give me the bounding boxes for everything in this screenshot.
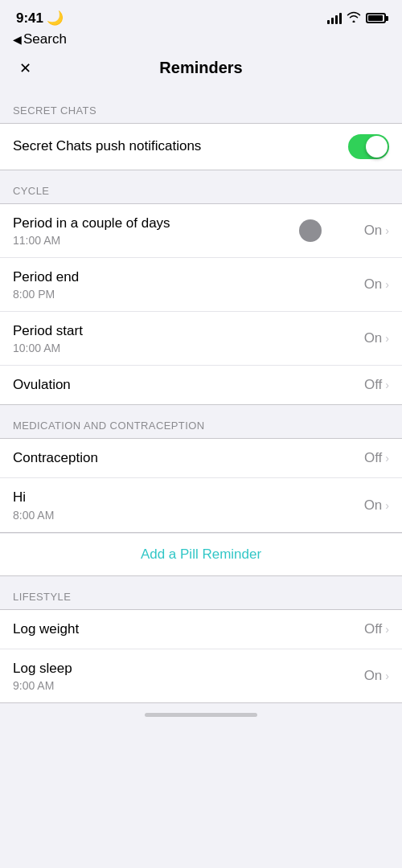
signal-bar-2 <box>331 18 334 24</box>
contraception-left: Contraception <box>13 449 364 467</box>
log-sleep-right: On › <box>364 668 389 684</box>
status-icons <box>327 11 386 25</box>
moon-icon: 🌙 <box>47 10 64 27</box>
hi-left: Hi 8:00 AM <box>13 489 364 521</box>
period-start-time: 10:00 AM <box>13 342 364 354</box>
cycle-card: Period in a couple of days 11:00 AM On ›… <box>0 203 402 405</box>
ovulation-title: Ovulation <box>13 376 364 394</box>
secret-chats-section: SECRET CHATS Secret Chats push notificat… <box>0 90 402 170</box>
contraception-row[interactable]: Contraception Off › <box>0 439 402 478</box>
chevron-right-icon-8: › <box>385 669 389 682</box>
hi-value: On <box>364 497 383 514</box>
ovulation-right: Off › <box>364 377 389 393</box>
log-sleep-left: Log sleep 9:00 AM <box>13 660 364 692</box>
hi-title: Hi <box>13 489 364 506</box>
period-end-title: Period end <box>13 268 364 286</box>
log-weight-left: Log weight <box>13 620 364 638</box>
wifi-icon <box>347 11 361 25</box>
signal-bars <box>327 13 342 24</box>
time-text: 9:41 <box>16 10 43 27</box>
page-header: ✕ Reminders <box>0 52 402 90</box>
home-bar <box>145 713 257 717</box>
hi-right: On › <box>364 497 389 514</box>
home-indicator <box>0 703 402 723</box>
battery-icon <box>366 13 386 23</box>
secret-chats-row[interactable]: Secret Chats push notifications <box>0 124 402 170</box>
status-bar: 9:41 🌙 <box>0 0 402 30</box>
secret-chats-row-left: Secret Chats push notifications <box>13 137 348 155</box>
cycle-section: CYCLE Period in a couple of days 11:00 A… <box>0 170 402 405</box>
secret-chats-card: Secret Chats push notifications <box>0 123 402 170</box>
period-start-row[interactable]: Period start 10:00 AM On › <box>0 312 402 366</box>
chevron-right-icon-5: › <box>385 452 389 465</box>
medication-card: Contraception Off › Hi 8:00 AM On › <box>0 438 402 532</box>
log-sleep-time: 9:00 AM <box>13 679 364 692</box>
cycle-label: CYCLE <box>0 170 402 203</box>
chevron-right-icon-2: › <box>385 278 389 291</box>
ovulation-left: Ovulation <box>13 376 364 394</box>
secret-chats-label: SECRET CHATS <box>0 90 402 123</box>
chevron-right-icon: › <box>385 224 389 237</box>
toggle-knob <box>366 136 388 158</box>
signal-bar-4 <box>339 13 342 24</box>
chevron-right-icon-7: › <box>385 623 389 636</box>
secret-chats-toggle-wrapper[interactable] <box>348 134 389 159</box>
contraception-value: Off <box>364 450 382 466</box>
add-pill-reminder-button[interactable]: Add a Pill Reminder <box>0 533 402 576</box>
period-start-title: Period start <box>13 322 364 340</box>
chevron-right-icon-4: › <box>385 379 389 391</box>
lifestyle-section: LIFESTYLE Log weight Off › Log sleep 9:0… <box>0 576 402 703</box>
back-label: Search <box>23 31 67 47</box>
secret-chats-title: Secret Chats push notifications <box>13 137 348 155</box>
hi-time: 8:00 AM <box>13 509 364 522</box>
secret-chats-toggle[interactable] <box>348 134 389 159</box>
log-sleep-row[interactable]: Log sleep 9:00 AM On › <box>0 649 402 702</box>
log-weight-right: Off › <box>364 621 389 637</box>
signal-bar-3 <box>335 15 338 24</box>
medication-label: MEDICATION AND CONTRACEPTION <box>0 405 402 438</box>
close-button[interactable]: ✕ <box>13 56 37 80</box>
ovulation-row[interactable]: Ovulation Off › <box>0 366 402 404</box>
ovulation-value: Off <box>364 377 382 393</box>
period-end-right: On › <box>364 276 389 293</box>
hi-row[interactable]: Hi 8:00 AM On › <box>0 478 402 531</box>
period-start-value: On <box>364 330 383 346</box>
log-weight-title: Log weight <box>13 620 364 638</box>
log-sleep-value: On <box>364 668 383 684</box>
contraception-title: Contraception <box>13 449 364 467</box>
log-sleep-title: Log sleep <box>13 660 364 678</box>
page-title: Reminders <box>159 59 242 77</box>
chevron-right-icon-6: › <box>385 499 389 512</box>
period-end-row[interactable]: Period end 8:00 PM On › <box>0 258 402 312</box>
period-end-value: On <box>364 276 383 293</box>
back-nav[interactable]: ◀ Search <box>0 30 402 52</box>
lifestyle-card: Log weight Off › Log sleep 9:00 AM On › <box>0 609 402 703</box>
signal-bar-1 <box>327 20 330 24</box>
period-start-left: Period start 10:00 AM <box>13 322 364 354</box>
back-link[interactable]: ◀ Search <box>13 31 389 47</box>
back-chevron-icon: ◀ <box>13 33 22 46</box>
contraception-right: Off › <box>364 450 389 466</box>
lifestyle-label: LIFESTYLE <box>0 576 402 609</box>
log-weight-value: Off <box>364 621 382 637</box>
log-weight-row[interactable]: Log weight Off › <box>0 610 402 649</box>
period-couple-days-right: On › <box>364 223 389 239</box>
add-pill-label: Add a Pill Reminder <box>141 547 261 563</box>
medication-section: MEDICATION AND CONTRACEPTION Contracepti… <box>0 405 402 575</box>
period-couple-days-row[interactable]: Period in a couple of days 11:00 AM On › <box>0 204 402 258</box>
status-time: 9:41 🌙 <box>16 10 64 27</box>
period-couple-days-value: On <box>364 223 383 239</box>
chevron-right-icon-3: › <box>385 332 389 345</box>
period-end-left: Period end 8:00 PM <box>13 268 364 301</box>
grey-dot-indicator <box>299 219 322 242</box>
period-start-right: On › <box>364 330 389 346</box>
period-end-time: 8:00 PM <box>13 288 364 301</box>
